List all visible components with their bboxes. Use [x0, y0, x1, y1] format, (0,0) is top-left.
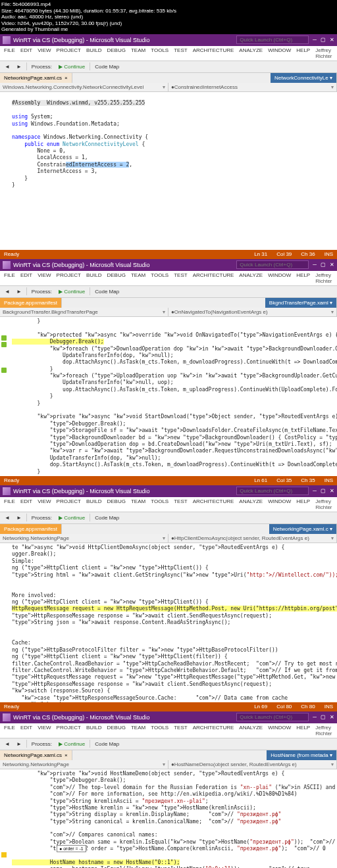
menu-team[interactable]: TEAM	[131, 272, 145, 284]
minimize-icon[interactable]: ─	[313, 488, 317, 494]
nav-fwd-icon[interactable]: ►	[14, 288, 24, 295]
menu-tools[interactable]: TOOLS	[151, 272, 168, 284]
continue-button[interactable]: ▶ Continue	[57, 740, 87, 748]
close-icon[interactable]: ✕	[330, 488, 334, 494]
maximize-icon[interactable]: ▢	[321, 262, 326, 268]
nav-fwd-icon[interactable]: ►	[14, 63, 24, 70]
signed-in-user[interactable]: Jeffrey Richter	[315, 272, 333, 284]
breakpoint-marker-icon[interactable]	[1, 368, 7, 373]
menu-tools[interactable]: TOOLS	[151, 47, 168, 59]
maximize-icon[interactable]: ▢	[321, 37, 326, 43]
menu-debug[interactable]: DEBUG	[107, 498, 126, 510]
sidebar-tab[interactable]: NetworkConnectivityLe ▾	[271, 73, 337, 83]
menu-project[interactable]: PROJECT	[57, 272, 81, 284]
minimize-icon[interactable]: ─	[313, 262, 317, 268]
nav-fwd-icon[interactable]: ►	[14, 514, 24, 521]
breakpoint-marker-icon[interactable]	[1, 342, 7, 347]
close-icon[interactable]: ✕	[330, 37, 334, 43]
editor-tab-manifest[interactable]: Package.appxmanifest	[0, 524, 62, 534]
close-icon[interactable]: ✕	[330, 714, 334, 720]
member-dropdown[interactable]: ● OnNavigatedTo(NavigationEventArgs e)▾	[168, 308, 337, 316]
menu-team[interactable]: TEAM	[131, 47, 145, 59]
menu-help[interactable]: HELP	[296, 272, 310, 284]
code-editor[interactable]: #Assembly Windows.winmd, v255.255.255.25…	[0, 92, 337, 250]
menu-file[interactable]: FILE	[4, 725, 15, 736]
titlebar[interactable]: WinRT via CS (Debugging) - Microsoft Vis…	[0, 259, 337, 271]
nav-back-icon[interactable]: ◄	[3, 514, 12, 521]
codemap-button[interactable]: Code Map	[93, 740, 121, 748]
menu-build[interactable]: BUILD	[86, 498, 102, 510]
menu-tools[interactable]: TOOLS	[151, 498, 168, 510]
menu-edit[interactable]: EDIT	[20, 272, 32, 284]
member-dropdown[interactable]: ● HostNameDemo(object sender, RoutedEven…	[168, 760, 337, 769]
minimize-icon[interactable]: ─	[313, 37, 317, 43]
menu-test[interactable]: TEST	[174, 272, 187, 284]
menu-team[interactable]: TEAM	[131, 725, 145, 736]
code-editor[interactable]: } "kw">protected "kw">async "kw">overrid…	[0, 317, 337, 476]
menu-build[interactable]: BUILD	[86, 47, 102, 59]
menu-edit[interactable]: EDIT	[20, 498, 32, 510]
editor-tab-manifest[interactable]: Package.appxmanifest	[0, 298, 62, 308]
maximize-icon[interactable]: ▢	[321, 488, 326, 494]
titlebar[interactable]: WinRT via CS (Debugging) - Microsoft Vis…	[0, 34, 337, 46]
menu-view[interactable]: VIEW	[38, 272, 51, 284]
menu-test[interactable]: TEST	[174, 47, 187, 59]
code-editor[interactable]: te "kw">async "kw">void HttpClientDemoAs…	[0, 543, 337, 702]
continue-button[interactable]: ▶ Continue	[57, 288, 87, 295]
quick-launch-input[interactable]	[236, 260, 309, 269]
menu-team[interactable]: TEAM	[131, 498, 145, 510]
type-dropdown[interactable]: BackgroundTransfer.BkgndTransferPage▾	[0, 308, 168, 316]
signed-in-user[interactable]: Jeffrey Richter	[315, 498, 333, 510]
menu-project[interactable]: PROJECT	[57, 47, 81, 59]
menu-view[interactable]: VIEW	[38, 47, 51, 59]
menu-architecture[interactable]: ARCHITECTURE	[193, 47, 234, 59]
menu-file[interactable]: FILE	[4, 47, 15, 59]
quick-launch-input[interactable]	[236, 713, 309, 721]
signed-in-user[interactable]: Jeffrey Richter	[315, 47, 333, 59]
type-dropdown[interactable]: Networking.NetworkingPage▾	[0, 534, 168, 542]
member-dropdown[interactable]: ● ConstrainedInternetAccess▾	[168, 83, 337, 91]
menu-window[interactable]: WINDOW	[268, 498, 291, 510]
editor-tab[interactable]: NetworkingPage.xaml.cs×	[0, 750, 72, 760]
menu-window[interactable]: WINDOW	[268, 272, 291, 284]
menu-analyze[interactable]: ANALYZE	[239, 272, 263, 284]
menu-architecture[interactable]: ARCHITECTURE	[193, 725, 234, 736]
menu-view[interactable]: VIEW	[38, 498, 51, 510]
menu-debug[interactable]: DEBUG	[107, 272, 126, 284]
sidebar-tab[interactable]: HostName (from metada ▾	[267, 750, 337, 760]
continue-button[interactable]: ▶ Continue	[57, 514, 87, 521]
breakpoint-marker-icon[interactable]	[1, 335, 7, 341]
menu-test[interactable]: TEST	[174, 498, 187, 510]
member-dropdown[interactable]: ● HttpClientDemoAsync(object sender, Rou…	[168, 534, 337, 542]
menu-analyze[interactable]: ANALYZE	[239, 498, 263, 510]
sidebar-tab[interactable]: BkgndTransferPage.xaml ▾	[265, 298, 337, 308]
maximize-icon[interactable]: ▢	[321, 714, 326, 720]
menu-file[interactable]: FILE	[4, 498, 15, 510]
menu-tools[interactable]: TOOLS	[151, 725, 168, 736]
menu-edit[interactable]: EDIT	[20, 47, 32, 59]
type-dropdown[interactable]: Networking.NetworkingPage▾	[0, 760, 168, 769]
codemap-button[interactable]: Code Map	[93, 288, 121, 295]
nav-back-icon[interactable]: ◄	[3, 63, 12, 70]
code-editor[interactable]: "kw">private "kw">void HostNameDemo(obje…	[0, 769, 337, 868]
titlebar[interactable]: WinRT via CS (Debugging) - Microsoft Vis…	[0, 485, 337, 497]
menu-debug[interactable]: DEBUG	[107, 725, 126, 736]
menu-file[interactable]: FILE	[4, 272, 15, 284]
sidebar-tab[interactable]: NetworkingPage.xaml.c ▾	[269, 524, 337, 534]
type-dropdown[interactable]: Windows.Networking.Connectivity.NetworkC…	[0, 83, 168, 91]
menu-build[interactable]: BUILD	[86, 725, 102, 736]
menu-analyze[interactable]: ANALYZE	[239, 47, 263, 59]
signed-in-user[interactable]: Jeffrey Richter	[315, 725, 333, 736]
menu-view[interactable]: VIEW	[38, 725, 51, 736]
close-icon[interactable]: ✕	[330, 262, 334, 268]
nav-back-icon[interactable]: ◄	[3, 740, 12, 748]
nav-back-icon[interactable]: ◄	[3, 288, 12, 295]
menu-help[interactable]: HELP	[296, 725, 310, 736]
menu-analyze[interactable]: ANALYZE	[239, 725, 263, 736]
codemap-button[interactable]: Code Map	[93, 514, 121, 521]
minimize-icon[interactable]: ─	[313, 714, 317, 720]
menu-help[interactable]: HELP	[296, 498, 310, 510]
quick-launch-input[interactable]	[236, 487, 309, 495]
menu-architecture[interactable]: ARCHITECTURE	[193, 272, 234, 284]
nav-fwd-icon[interactable]: ►	[14, 740, 24, 748]
